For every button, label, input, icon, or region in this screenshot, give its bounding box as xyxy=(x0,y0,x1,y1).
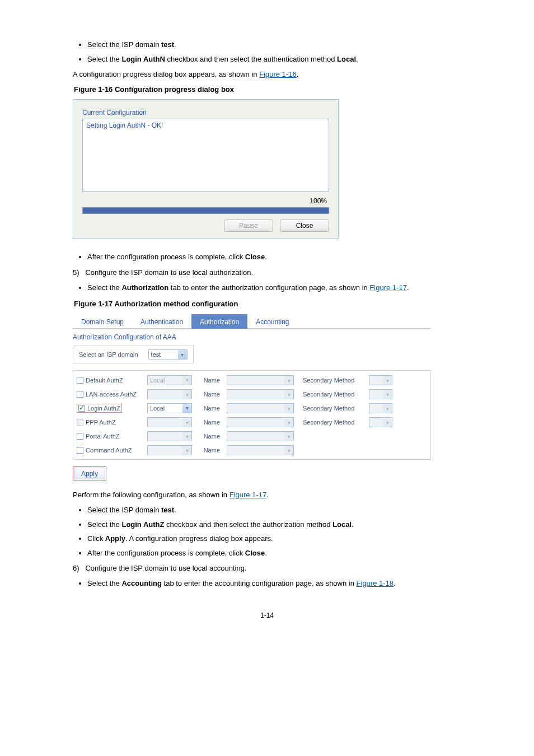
secondary-method-select: ▾ xyxy=(369,403,392,413)
pause-button[interactable]: Pause xyxy=(224,220,273,232)
name-select: ▾ xyxy=(227,431,294,441)
authz-label: Command AuthZ xyxy=(86,447,132,454)
authz-method-select: ▾ xyxy=(147,431,192,441)
select-accounting-tab-text: Select the Accounting tab to enter the a… xyxy=(87,578,461,589)
step-select-domain: Select the ISP domain test. xyxy=(87,39,461,50)
isp-domain-label: Select an ISP domain xyxy=(79,351,138,358)
authz-checkbox[interactable] xyxy=(77,377,83,384)
authz-checkbox xyxy=(77,419,83,426)
authz-checkbox[interactable] xyxy=(78,405,85,412)
chevron-down-icon: ▾ xyxy=(182,432,191,441)
chevron-down-icon: ▾ xyxy=(284,376,293,385)
name-label: Name xyxy=(201,391,222,398)
step6-text: 6) Configure the ISP domain to use local… xyxy=(73,564,461,572)
after-close-a: After the configuration process is compl… xyxy=(87,251,461,263)
authz-checkbox[interactable] xyxy=(77,447,83,454)
authz-method-select: ▾ xyxy=(147,389,192,399)
chevron-down-icon: ▾ xyxy=(284,446,293,455)
authz-label: Login AuthZ xyxy=(87,405,120,412)
name-label: Name xyxy=(201,419,222,426)
chevron-down-icon: ▾ xyxy=(383,376,392,385)
isp-domain-select[interactable]: test▾ xyxy=(148,349,188,360)
figure-1-16-caption: Figure 1-16 Configuration progress dialo… xyxy=(74,85,461,94)
name-select: ▾ xyxy=(227,445,294,455)
figure-authorization-panel: Domain Setup Authentication Authorizatio… xyxy=(73,314,431,480)
chevron-down-icon: ▾ xyxy=(383,390,392,399)
figref-1-18[interactable]: Figure 1-18 xyxy=(357,579,394,587)
secondary-label: Secondary Method xyxy=(303,419,364,426)
name-select: ▾ xyxy=(227,417,294,427)
dialog-output-area: Setting Login AuthN - OK! xyxy=(82,119,329,192)
name-label: Name xyxy=(201,405,222,412)
tab-domain-setup[interactable]: Domain Setup xyxy=(73,314,132,329)
close-button[interactable]: Close xyxy=(280,220,329,232)
name-select: ▾ xyxy=(227,389,294,399)
secondary-method-select: ▾ xyxy=(369,375,392,385)
name-label: Name xyxy=(201,377,222,384)
chevron-down-icon: ▾ xyxy=(284,432,293,441)
c-step-4: After the configuration process is compl… xyxy=(87,548,461,559)
name-select: ▾ xyxy=(227,403,294,413)
figref-1-17b[interactable]: Figure 1-17 xyxy=(229,491,266,499)
authz-label: PPP AuthZ xyxy=(86,419,116,426)
tab-accounting[interactable]: Accounting xyxy=(247,314,297,329)
section-title: Authorization Configuration of AAA xyxy=(73,333,431,341)
dialog-title: Current Configuration xyxy=(82,109,329,116)
authz-method-select: ▾ xyxy=(147,445,192,455)
page-number: 1-14 xyxy=(73,612,461,619)
authz-row: LAN-access AuthZ▾Name▾Secondary Method▾ xyxy=(77,387,427,401)
apply-button[interactable]: Apply xyxy=(74,468,105,479)
select-authorization-tab-text: Select the Authorization tab to enter th… xyxy=(87,282,461,293)
name-select: ▾ xyxy=(227,375,294,385)
authz-method-select: ▾ xyxy=(147,417,192,427)
tab-authentication[interactable]: Authentication xyxy=(132,314,191,329)
c-step-3: Click Apply. A configuration progress di… xyxy=(87,533,461,544)
secondary-label: Secondary Method xyxy=(303,377,364,384)
chevron-down-icon: ▾ xyxy=(178,350,187,359)
secondary-method-select: ▾ xyxy=(369,389,392,399)
chevron-down-icon: ▾ xyxy=(284,418,293,427)
progress-bar xyxy=(82,207,329,214)
step-select-login-authn: Select the Login AuthN checkbox and then… xyxy=(87,54,461,65)
step5-text: 5) Configure the ISP domain to use local… xyxy=(73,268,461,277)
authz-row: Default AuthZLocal▾Name▾Secondary Method… xyxy=(77,373,427,387)
chevron-down-icon: ▾ xyxy=(182,418,191,427)
progress-text: A configuration progress dialog box appe… xyxy=(73,70,461,78)
authz-label: Default AuthZ xyxy=(86,377,123,384)
chevron-down-icon: ▾ xyxy=(284,390,293,399)
chevron-down-icon: ▾ xyxy=(182,404,191,413)
name-label: Name xyxy=(201,447,222,454)
authz-checkbox[interactable] xyxy=(77,391,83,398)
figref-1-17a[interactable]: Figure 1-17 xyxy=(369,283,406,292)
authz-method-select[interactable]: Local▾ xyxy=(147,403,192,413)
chevron-down-icon: ▾ xyxy=(182,446,191,455)
progress-percent: 100% xyxy=(82,192,329,207)
secondary-label: Secondary Method xyxy=(303,405,364,412)
authz-label: LAN-access AuthZ xyxy=(86,391,137,398)
authz-checkbox[interactable] xyxy=(77,433,83,440)
chevron-down-icon: ▾ xyxy=(383,404,392,413)
tab-authorization[interactable]: Authorization xyxy=(191,314,247,329)
perform-config-text: Perform the following configuration, as … xyxy=(73,491,461,499)
authz-row: Command AuthZ▾Name▾ xyxy=(77,443,427,457)
authz-row: PPP AuthZ▾Name▾Secondary Method▾ xyxy=(77,415,427,429)
figure-1-17-caption: Figure 1-17 Authorization method configu… xyxy=(74,300,461,308)
authz-row: Portal AuthZ▾Name▾ xyxy=(77,429,427,443)
name-label: Name xyxy=(201,433,222,440)
secondary-label: Secondary Method xyxy=(303,391,364,398)
authz-label: Portal AuthZ xyxy=(86,433,120,440)
authz-method-select: Local▾ xyxy=(147,375,192,385)
c-step-2: Select the Login AuthZ checkbox and then… xyxy=(87,519,461,530)
authz-row: Login AuthZLocal▾Name▾Secondary Method▾ xyxy=(77,401,427,415)
figref-1-16[interactable]: Figure 1-16 xyxy=(259,70,296,78)
chevron-down-icon: ▾ xyxy=(182,390,191,399)
figure-progress-dialog: Current Configuration Setting Login Auth… xyxy=(73,99,339,239)
c-step-1: Select the ISP domain test. xyxy=(87,505,461,516)
chevron-down-icon: ▾ xyxy=(284,404,293,413)
chevron-down-icon: ▾ xyxy=(383,418,392,427)
secondary-method-select: ▾ xyxy=(369,417,392,427)
chevron-down-icon: ▾ xyxy=(182,376,191,385)
